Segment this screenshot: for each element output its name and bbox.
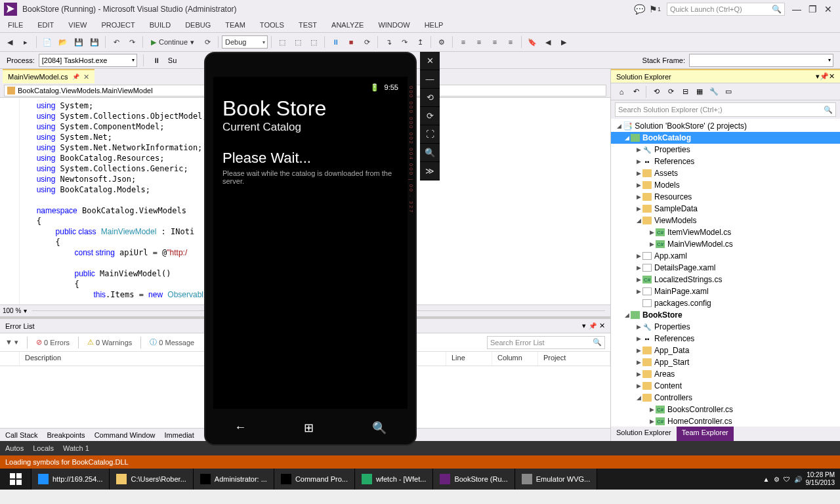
tree-item[interactable]: ▶App_Data [611, 345, 840, 356]
tree-item[interactable]: ▶Resources [611, 191, 840, 203]
phone-start-button[interactable]: ⊞ [304, 421, 314, 435]
indent-in[interactable]: ≡ [472, 35, 486, 49]
tree-item[interactable]: ▶🔧Properties [611, 321, 840, 333]
emulator-rotate-left-button[interactable]: ⟲ [420, 89, 440, 107]
pin-icon[interactable]: 📌 [589, 322, 597, 329]
tree-item[interactable]: ▶HomeController.cs [611, 415, 840, 427]
tray-icon[interactable]: 🔊 [794, 476, 802, 483]
step-out-button[interactable]: ↥ [413, 35, 427, 49]
menu-debug[interactable]: DEBUG [182, 20, 213, 30]
menu-build[interactable]: BUILD [147, 20, 173, 30]
properties-button[interactable]: 🔧 [707, 85, 721, 98]
tray-icon[interactable]: ▲ [763, 476, 770, 483]
solution-tree[interactable]: ◢📑 Solution 'BookStore' (2 projects)◢Boo… [611, 119, 840, 427]
messages-filter[interactable]: ⓘ0 Message [150, 337, 194, 347]
error-search-input[interactable]: Search Error List 🔍 [487, 336, 605, 349]
nav-forward-button[interactable]: ▸ [18, 35, 33, 49]
taskbar-item[interactable]: Emulator WVG... [515, 469, 598, 490]
system-tray[interactable]: ▲ ⚙ 🛡 🔊 10:28 PM 9/15/2013 [758, 469, 840, 490]
back-button[interactable]: ↶ [629, 85, 642, 98]
phone-back-button[interactable]: ← [234, 421, 246, 435]
taskbar-item[interactable]: http://169.254... [32, 469, 110, 490]
emulator-rotate-right-button[interactable]: ⟳ [420, 107, 440, 125]
config-dropdown[interactable]: Debug [222, 35, 268, 49]
menu-test[interactable]: TEST [296, 20, 320, 30]
continue-button[interactable]: ▶Continue ▾ [146, 35, 199, 49]
dropdown-icon[interactable]: ▾ [582, 322, 586, 330]
tool-1[interactable]: ⬚ [275, 35, 289, 49]
home-button[interactable]: ⌂ [615, 85, 628, 98]
process-dropdown[interactable]: [2084] TaskHost.exe [39, 54, 137, 67]
editor-tab-mainviewmodel[interactable]: MainViewModel.cs 📌 ✕ [3, 69, 94, 83]
quick-launch-input[interactable]: Quick Launch (Ctrl+Q) 🔍 [667, 3, 785, 16]
sync-button[interactable]: ⟲ [650, 85, 663, 98]
step-over-button[interactable]: ↷ [397, 35, 411, 49]
restart-debug-button[interactable]: ⟳ [360, 35, 374, 49]
indent-out[interactable]: ≡ [456, 35, 471, 49]
watch-tab[interactable]: Watch 1 [63, 444, 89, 452]
tree-item[interactable]: ▶▪▪References [611, 156, 840, 167]
solution-tab[interactable]: Solution Explorer [611, 427, 677, 441]
solution-search-input[interactable]: Search Solution Explorer (Ctrl+;) 🔍 [615, 102, 836, 117]
menu-help[interactable]: HELP [422, 20, 446, 30]
tree-item[interactable]: ▶MainPage.xaml [611, 285, 840, 297]
taskbar-clock[interactable]: 10:28 PM 9/15/2013 [806, 471, 835, 487]
menu-window[interactable]: WINDOW [375, 20, 412, 30]
taskbar-item[interactable]: Command Pro... [274, 469, 355, 490]
show-all-button[interactable]: ▦ [693, 85, 706, 98]
project-node[interactable]: ◢BookStore [611, 309, 840, 321]
close-tab-icon[interactable]: ✕ [83, 73, 89, 81]
emulator-tools-button[interactable]: ≫ [420, 162, 440, 180]
close-button[interactable]: ✕ [822, 3, 835, 16]
tree-item[interactable]: ◢Controllers [611, 392, 840, 404]
panel-tab[interactable]: Command Window [94, 431, 156, 439]
taskbar-item[interactable]: Administrator: ... [194, 469, 274, 490]
taskbar-item[interactable]: wfetch - [Wfet... [355, 469, 433, 490]
error-col[interactable] [0, 352, 20, 366]
emulator-fit-button[interactable]: ⛶ [420, 125, 440, 144]
undo-button[interactable]: ↶ [109, 35, 123, 49]
panel-tab[interactable]: Call Stack [5, 431, 38, 439]
tree-item[interactable]: ▶Models [611, 179, 840, 191]
error-col[interactable]: Line [446, 352, 492, 366]
taskbar-item[interactable]: BookStore (Ru... [433, 469, 514, 490]
errors-filter[interactable]: ⊘0 Errors [36, 338, 70, 346]
new-project-button[interactable]: 📄 [40, 35, 54, 49]
nav-back-button[interactable]: ◀ [3, 35, 17, 49]
menu-analyze[interactable]: ANALYZE [329, 20, 366, 30]
menu-file[interactable]: FILE [5, 20, 26, 30]
tree-item[interactable]: ▶BooksController.cs [611, 404, 840, 415]
solution-root[interactable]: ◢📑 Solution 'BookStore' (2 projects) [611, 120, 840, 132]
tray-icon[interactable]: ⚙ [774, 476, 780, 483]
restore-button[interactable]: ❐ [806, 3, 819, 16]
menu-project[interactable]: PROJECT [98, 20, 137, 30]
phone-emulator-window[interactable]: 🔋 9:55 Book Store Current Catalog Please… [204, 52, 417, 446]
tree-item[interactable]: ▶Content [611, 380, 840, 392]
tree-item[interactable]: ▶Assets [611, 167, 840, 179]
taskbar-item[interactable]: C:\Users\Rober... [110, 469, 193, 490]
close-panel-icon[interactable]: ✕ [829, 72, 835, 81]
suspend-button[interactable]: ⏸ [150, 53, 164, 68]
refresh-button[interactable]: ⟳ [664, 85, 677, 98]
restart-button[interactable]: ⟳ [200, 35, 215, 49]
stackframe-dropdown[interactable] [689, 54, 833, 67]
open-file-button[interactable]: 📂 [56, 35, 70, 49]
tool-3[interactable]: ⬚ [306, 35, 321, 49]
phone-screen[interactable]: 🔋 9:55 Book Store Current Catalog Please… [213, 77, 408, 409]
tree-item[interactable]: ▶Areas [611, 368, 840, 380]
emulator-close-button[interactable]: ✕ [420, 52, 440, 70]
redo-button[interactable]: ↷ [125, 35, 139, 49]
project-node[interactable]: ◢BookCatalog [611, 132, 840, 144]
watch-tab[interactable]: Autos [5, 444, 24, 452]
watch-tab[interactable]: Locals [33, 444, 54, 452]
close-panel-icon[interactable]: ✕ [599, 322, 605, 330]
tree-item[interactable]: ▶▪▪References [611, 333, 840, 345]
tree-item[interactable]: ▶App.xaml [611, 250, 840, 262]
tree-item[interactable]: packages.config [611, 297, 840, 309]
bookmark-prev[interactable]: ◀ [541, 35, 555, 49]
save-button[interactable]: 💾 [72, 35, 86, 49]
minimize-button[interactable]: — [790, 3, 803, 16]
pin-icon[interactable]: 📌 [72, 74, 79, 80]
menu-edit[interactable]: EDIT [35, 20, 56, 30]
panel-tab[interactable]: Immediat [165, 431, 194, 439]
